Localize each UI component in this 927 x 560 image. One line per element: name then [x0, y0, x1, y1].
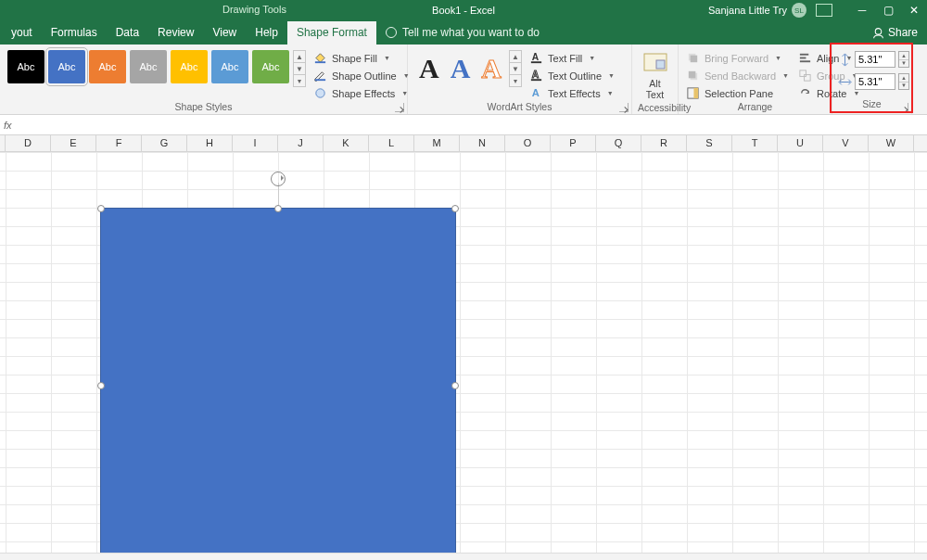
document-title: Book1 - Excel — [432, 5, 495, 16]
shape-fill-button[interactable]: Shape Fill▼ — [311, 50, 412, 66]
shape-height-input[interactable] — [855, 51, 895, 68]
style-swatch-black[interactable]: Abc — [7, 50, 44, 83]
height-spinner[interactable]: ▲▼ — [898, 51, 909, 68]
col-header[interactable]: M — [414, 135, 460, 151]
wordart-launcher[interactable] — [619, 103, 629, 112]
col-header[interactable]: P — [551, 135, 596, 151]
lightbulb-icon — [386, 27, 397, 38]
width-spinner[interactable]: ▲▼ — [898, 73, 909, 90]
ribbon-display-options-icon[interactable] — [816, 4, 832, 17]
shape-effects-button[interactable]: Shape Effects▼ — [311, 85, 412, 101]
user-name: Sanjana Little Try — [708, 5, 787, 16]
wordart-preset-3[interactable]: A — [481, 53, 502, 84]
group-label-accessibility: Accessibility — [638, 102, 672, 113]
ribbon: Abc Abc Abc Abc Abc Abc Abc ▲▼▾ Shape Fi… — [0, 45, 927, 115]
tab-shape-format[interactable]: Shape Format — [287, 21, 376, 45]
alt-text-icon — [643, 53, 667, 73]
contextual-tool-label: Drawing Tools — [213, 0, 296, 17]
col-header[interactable]: N — [460, 135, 505, 151]
shape-width-control[interactable]: ▲▼ — [838, 73, 909, 90]
tab-formulas[interactable]: Formulas — [42, 21, 107, 45]
resize-handle-nw[interactable] — [97, 205, 105, 212]
shape-style-gallery[interactable]: Abc Abc Abc Abc Abc Abc Abc ▲▼▾ — [6, 48, 306, 89]
col-header[interactable]: K — [324, 135, 369, 151]
rotate-icon — [798, 86, 812, 100]
tab-review[interactable]: Review — [148, 21, 203, 45]
col-header[interactable]: G — [142, 135, 187, 151]
text-fill-button[interactable]: A Text Fill▼ — [527, 50, 616, 66]
fx-icon[interactable]: fx — [4, 120, 12, 131]
style-swatch-gray[interactable]: Abc — [130, 50, 167, 83]
group-icon — [798, 69, 812, 83]
group-size: ▲▼ ▲▼ Size — [832, 45, 912, 114]
group-label-wordart: WordArt Styles — [413, 101, 626, 112]
svg-point-2 — [316, 89, 324, 97]
style-swatch-blue[interactable]: Abc — [48, 50, 85, 83]
shape-width-input[interactable] — [855, 73, 895, 90]
style-swatch-lightblue[interactable]: Abc — [211, 50, 248, 83]
col-header[interactable]: F — [96, 135, 142, 151]
col-header[interactable]: E — [51, 135, 96, 151]
wordart-gallery[interactable]: A A A ▲▼▾ — [413, 48, 522, 89]
wordart-preset-1[interactable]: A — [419, 53, 439, 84]
svg-rect-13 — [689, 71, 696, 79]
wordart-gallery-scroll[interactable]: ▲▼▾ — [509, 50, 522, 87]
style-swatch-orange[interactable]: Abc — [89, 50, 126, 83]
resize-handle-w[interactable] — [97, 382, 105, 389]
close-button[interactable]: ✕ — [901, 4, 927, 17]
rotation-handle[interactable] — [271, 172, 286, 186]
col-header[interactable]: O — [505, 135, 551, 151]
rectangle-shape[interactable] — [100, 208, 456, 553]
col-header[interactable]: U — [778, 135, 823, 151]
text-effects-button[interactable]: A Text Effects▼ — [527, 85, 616, 101]
col-header[interactable]: J — [278, 135, 324, 151]
formula-input[interactable] — [18, 120, 927, 131]
shape-height-control[interactable]: ▲▼ — [838, 51, 909, 68]
bring-forward-button: Bring Forward▼ — [684, 50, 791, 66]
svg-rect-1 — [315, 79, 325, 81]
alt-text-button[interactable]: Alt Text — [638, 48, 672, 102]
column-headers[interactable]: D E F G H I J K L M N O P Q R S T U V W — [0, 135, 927, 152]
col-header[interactable]: V — [823, 135, 869, 151]
resize-handle-e[interactable] — [451, 382, 459, 389]
worksheet-grid[interactable]: D E F G H I J K L M N O P Q R S T U V W — [0, 135, 927, 553]
window-controls: ─ ▢ ✕ — [849, 4, 927, 17]
share-button[interactable]: Share — [863, 21, 927, 45]
tab-help[interactable]: Help — [246, 21, 287, 45]
text-outline-button[interactable]: A Text Outline▼ — [527, 68, 616, 83]
alt-text-label: Alt Text — [646, 78, 664, 100]
col-header[interactable]: L — [369, 135, 414, 151]
resize-handle-ne[interactable] — [451, 205, 459, 212]
tell-me-search[interactable]: Tell me what you want to do — [376, 21, 549, 45]
col-header[interactable]: I — [233, 135, 278, 151]
col-header[interactable]: S — [687, 135, 732, 151]
style-swatch-gold[interactable]: Abc — [171, 50, 208, 83]
wordart-preset-2[interactable]: A — [451, 53, 471, 84]
shape-outline-button[interactable]: Shape Outline▼ — [311, 68, 412, 83]
svg-rect-15 — [693, 88, 698, 98]
tab-layout[interactable]: yout — [2, 21, 42, 45]
tab-data[interactable]: Data — [107, 21, 148, 45]
shape-styles-launcher[interactable] — [395, 103, 404, 112]
text-fill-label: Text Fill — [548, 53, 582, 64]
bring-forward-icon — [686, 51, 700, 65]
col-header[interactable]: R — [641, 135, 687, 151]
col-header[interactable]: T — [732, 135, 778, 151]
size-launcher[interactable] — [899, 103, 908, 112]
text-effects-icon: A — [529, 86, 543, 100]
tab-view[interactable]: View — [203, 21, 246, 45]
selection-pane-button[interactable]: Selection Pane — [684, 85, 791, 101]
gallery-scroll[interactable]: ▲▼▾ — [293, 50, 306, 87]
send-backward-label: Send Backward — [705, 70, 776, 82]
pencil-outline-icon — [313, 69, 327, 83]
maximize-button[interactable]: ▢ — [875, 4, 901, 17]
minimize-button[interactable]: ─ — [849, 4, 875, 17]
col-header[interactable]: H — [187, 135, 233, 151]
resize-handle-n[interactable] — [274, 205, 282, 212]
col-header[interactable]: W — [869, 135, 914, 151]
col-header[interactable]: Q — [596, 135, 641, 151]
svg-rect-20 — [805, 75, 811, 82]
style-swatch-green[interactable]: Abc — [252, 50, 289, 83]
col-header[interactable]: D — [6, 135, 51, 151]
account-button[interactable]: Sanjana Little Try SL — [708, 3, 806, 18]
